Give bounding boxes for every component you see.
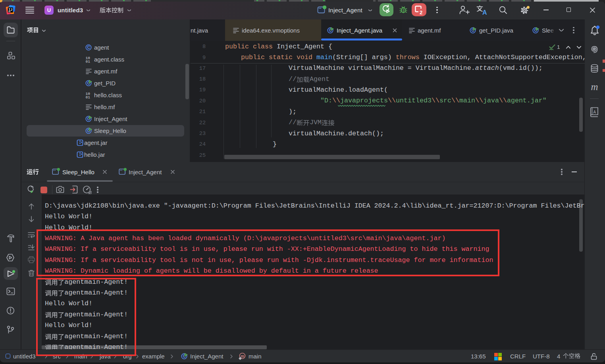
svg-text:01: 01 bbox=[86, 60, 91, 63]
svg-text:m: m bbox=[241, 354, 244, 358]
svg-text:01: 01 bbox=[86, 95, 91, 99]
svg-text:2: 2 bbox=[420, 10, 422, 15]
svg-text:C: C bbox=[87, 45, 91, 50]
svg-text:A: A bbox=[593, 110, 596, 114]
svg-text:A: A bbox=[482, 9, 487, 15]
